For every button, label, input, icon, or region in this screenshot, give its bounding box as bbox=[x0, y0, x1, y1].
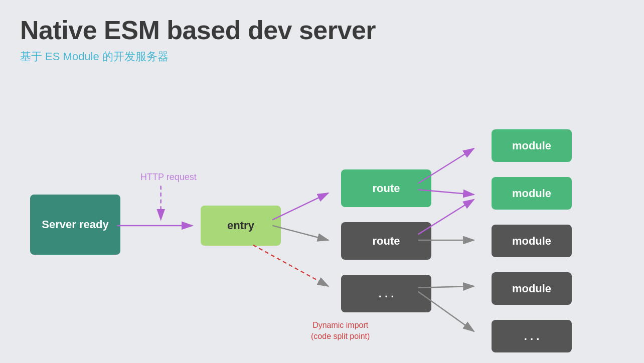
box-module4: module bbox=[492, 272, 572, 305]
box-server-ready: Server ready bbox=[30, 195, 120, 255]
main-title: Native ESM based dev server bbox=[20, 15, 624, 45]
label-http-request: HTTP request bbox=[140, 172, 197, 183]
box-dots2: . . . bbox=[492, 320, 572, 352]
box-route-dark: route bbox=[341, 222, 431, 260]
box-module1: module bbox=[492, 129, 572, 162]
box-module3: module bbox=[492, 225, 572, 257]
box-module2: module bbox=[492, 177, 572, 210]
box-entry: entry bbox=[201, 206, 281, 246]
sub-title: 基于 ES Module 的开发服务器 bbox=[20, 49, 624, 64]
diagram: Server ready entry route route . . . mod… bbox=[20, 94, 624, 355]
slide: Native ESM based dev server 基于 ES Module… bbox=[0, 0, 644, 363]
box-dots-dark: . . . bbox=[341, 275, 431, 312]
svg-line-7 bbox=[253, 245, 329, 286]
label-dynamic-import: Dynamic import(code split point) bbox=[311, 320, 370, 342]
box-route-green: route bbox=[341, 169, 431, 207]
